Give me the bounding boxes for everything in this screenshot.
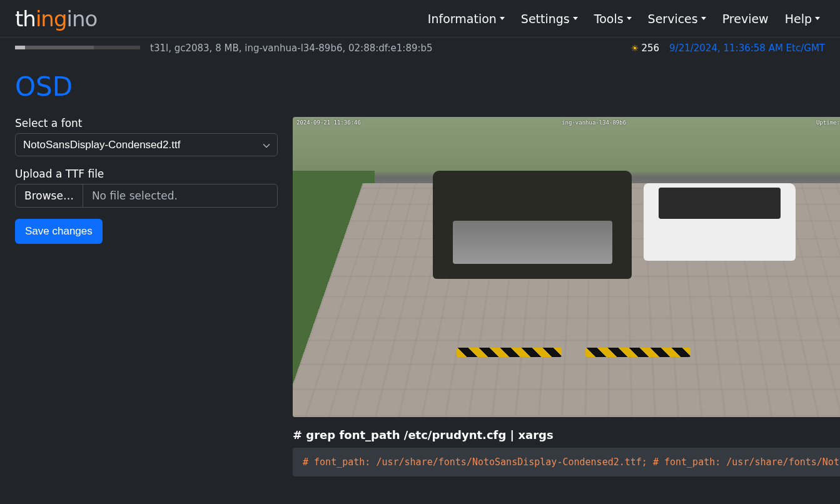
nav-item-information[interactable]: Information	[423, 7, 510, 31]
logo-part-ino: ino	[66, 6, 97, 31]
camera-preview-image: 2024-09-21 11:36:46 ing-vanhua-l34-89b6 …	[293, 117, 840, 417]
nav-label: Information	[428, 12, 497, 26]
chevron-down-icon	[701, 17, 706, 20]
nav-links: Information Settings Tools Services Prev…	[423, 7, 825, 31]
logo-part-ing: ing	[36, 6, 67, 31]
nav-label: Services	[648, 12, 698, 26]
browse-button[interactable]: Browse…	[16, 184, 83, 207]
status-bar: t31l, gc2083, 8 MB, ing-vanhua-l34-89b6,…	[0, 37, 840, 59]
osd-overlay-timestamp: 2024-09-21 11:36:46	[296, 119, 361, 126]
page-title: OSD	[15, 71, 825, 102]
brightness-indicator: ☀ 256	[631, 43, 659, 54]
command-output: # font_path: /usr/share/fonts/NotoSansDi…	[293, 448, 840, 476]
nav-item-preview[interactable]: Preview	[717, 7, 774, 31]
nav-item-services[interactable]: Services	[643, 7, 711, 31]
logo-part-th: th	[15, 6, 36, 31]
nav-item-settings[interactable]: Settings	[516, 7, 583, 31]
main-content: OSD Select a font NotoSansDisplay-Conden…	[0, 59, 840, 489]
navbar: thingino Information Settings Tools Serv…	[0, 0, 840, 37]
nav-label: Help	[785, 12, 812, 26]
upload-ttf-label: Upload a TTF file	[15, 168, 278, 180]
logo[interactable]: thingino	[15, 6, 97, 31]
nav-label: Preview	[722, 12, 769, 26]
chevron-down-icon	[627, 17, 632, 20]
device-status-text: t31l, gc2083, 8 MB, ing-vanhua-l34-89b6,…	[150, 43, 621, 54]
memory-progress	[15, 46, 140, 51]
font-select[interactable]: NotoSansDisplay-Condensed2.ttf	[15, 133, 278, 156]
command-label: # grep font_path /etc/prudynt.cfg | xarg…	[293, 428, 840, 441]
chevron-down-icon	[500, 17, 505, 20]
nav-item-tools[interactable]: Tools	[589, 7, 637, 31]
osd-overlay-uptime: Uptime: 000:36:03	[816, 119, 840, 126]
form-panel: Select a font NotoSansDisplay-Condensed2…	[15, 117, 278, 244]
file-input[interactable]: Browse… No file selected.	[15, 184, 278, 208]
chevron-down-icon	[573, 17, 578, 20]
nav-item-help[interactable]: Help	[780, 7, 825, 31]
file-name-display: No file selected.	[83, 184, 186, 207]
save-changes-button[interactable]: Save changes	[15, 219, 103, 244]
select-font-label: Select a font	[15, 117, 278, 129]
sun-icon: ☀	[631, 43, 639, 53]
timestamp-link[interactable]: 9/21/2024, 11:36:58 AM Etc/GMT	[669, 43, 825, 54]
brightness-value: 256	[641, 43, 659, 54]
preview-panel: 2024-09-21 11:36:46 ing-vanhua-l34-89b6 …	[293, 117, 840, 476]
nav-label: Settings	[521, 12, 570, 26]
chevron-down-icon	[815, 17, 820, 20]
osd-overlay-hostname: ing-vanhua-l34-89b6	[562, 119, 626, 126]
nav-label: Tools	[594, 12, 624, 26]
